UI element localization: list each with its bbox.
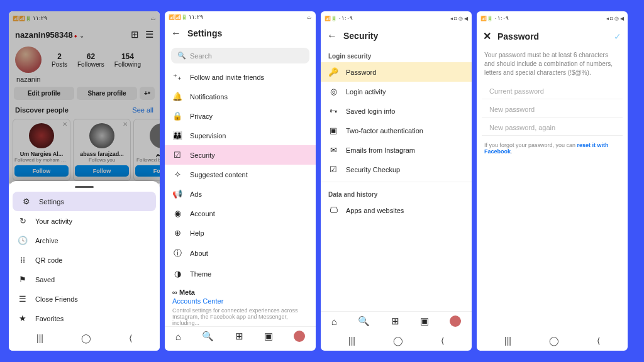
list-item[interactable]: ⁺₊Follow and invite friends (165, 67, 316, 87)
list-item[interactable]: ◑Theme (165, 264, 316, 283)
screen-profile: 📶📶🔋١١:٢٩ ت nazanin958348● ⌄ ⊞ ☰ 2Posts 6… (9, 11, 160, 351)
new-password-field[interactable]: New password (482, 99, 623, 118)
list-item[interactable]: 🔔Notifications (165, 87, 316, 106)
close-icon[interactable]: ✕ (483, 30, 491, 42)
profile-tab[interactable] (294, 331, 305, 342)
list-item[interactable]: ⚙Settings (13, 192, 156, 211)
item-label: Password (346, 69, 376, 76)
list-item[interactable]: 👪Supervision (165, 126, 316, 145)
home-button[interactable]: ◯ (393, 336, 403, 346)
list-item[interactable]: 📢Ads (165, 184, 316, 204)
screen-settings: 📶📶🔋١١:٢٩ ت ← Settings 🔍 Search ⁺₊Follow … (165, 11, 316, 351)
list-item[interactable]: 🕓Archive (9, 231, 160, 250)
list-item[interactable]: ↻Your activity (9, 211, 160, 231)
status-bar: 📶🔋٠١:٠٩ ◂ ◘ ◎ ◀ (321, 11, 472, 25)
create-tab[interactable]: ⊞ (235, 331, 243, 342)
list-item[interactable]: ☰Close Friends (9, 289, 160, 309)
item-label: Login activity (346, 88, 386, 96)
suggestion-card[interactable]: کاظم Followed by iman_ak... Follow (133, 119, 160, 181)
instagram-tab-bar: ⌂ 🔍 ⊞ ▣ (165, 326, 316, 346)
item-icon: ☑ (172, 150, 182, 160)
item-label: Settings (39, 198, 64, 206)
profile-tab[interactable] (450, 315, 461, 327)
follow-button[interactable]: Follow (14, 165, 69, 177)
recents-button[interactable]: ||| (504, 336, 511, 346)
list-item[interactable]: ▣Two-factor authentication (321, 121, 472, 140)
reels-tab[interactable]: ▣ (264, 331, 273, 342)
android-nav: ||| ◯ ⟨ (477, 331, 628, 351)
meta-brand: ∞ Meta (172, 288, 308, 296)
create-tab[interactable]: ⊞ (391, 315, 399, 327)
list-item[interactable]: ✧Suggested content (165, 165, 316, 184)
item-icon: 📢 (172, 189, 182, 199)
item-icon: 🔑 (328, 67, 338, 77)
suggestion-card[interactable]: ✕ Um Nargies Al... Followed by moham mad… (13, 119, 70, 181)
item-label: Favorites (35, 315, 64, 322)
instagram-tab-bar: ⌂ 🔍 ⊞ ▣ (321, 311, 472, 331)
stat-followers[interactable]: 62Followers (77, 52, 104, 68)
home-tab[interactable]: ⌂ (331, 316, 337, 327)
list-item[interactable]: ☑Security Checkup (321, 160, 472, 179)
list-item[interactable]: 🔑Password (321, 62, 472, 82)
stat-following[interactable]: 154Following (114, 52, 141, 68)
item-label: Ads (190, 190, 202, 198)
home-button[interactable]: ◯ (81, 333, 91, 343)
back-button[interactable]: ⟨ (597, 336, 600, 346)
follow-button[interactable]: Follow (135, 165, 160, 177)
display-name: nazanin (9, 75, 160, 83)
current-password-field[interactable]: Current password (482, 81, 623, 99)
stat-posts[interactable]: 2Posts (52, 52, 67, 68)
list-item[interactable]: ★Favorites (9, 309, 160, 328)
back-button[interactable]: ⟨ (129, 333, 132, 343)
add-post-icon[interactable]: ⊞ (131, 29, 139, 40)
list-item[interactable]: ⊕Help (165, 223, 316, 243)
item-label: Emails from Instagram (346, 146, 415, 154)
item-label: Security Checkup (346, 166, 400, 173)
list-item[interactable]: ⚑Saved (9, 270, 160, 289)
list-item[interactable]: 🖵Apps and websites (321, 200, 472, 220)
item-label: Suggested content (190, 171, 248, 178)
recents-button[interactable]: ||| (348, 336, 355, 346)
confirm-check-icon[interactable]: ✓ (614, 31, 621, 41)
menu-icon[interactable]: ☰ (145, 29, 153, 40)
close-icon[interactable]: ✕ (62, 121, 67, 128)
back-arrow-icon[interactable]: ← (171, 28, 181, 39)
suggestion-card[interactable]: ✕ abass farajzad... Follows you Follow (73, 119, 131, 181)
item-label: Privacy (190, 112, 213, 120)
item-icon: ✉ (328, 145, 338, 155)
item-icon: 🕓 (18, 236, 28, 245)
discover-people-button[interactable]: +ᵒ (140, 87, 155, 100)
edit-profile-button[interactable]: Edit profile (14, 87, 74, 100)
reels-tab[interactable]: ▣ (420, 315, 429, 327)
follow-button[interactable]: Follow (75, 165, 129, 177)
back-arrow-icon[interactable]: ← (327, 30, 337, 41)
list-item[interactable]: ◉Account (165, 204, 316, 223)
android-nav: ||| ◯ ⟨ (9, 328, 160, 348)
list-item[interactable]: ⓘAbout (165, 243, 316, 264)
sheet-handle[interactable] (75, 186, 94, 188)
home-button[interactable]: ◯ (549, 336, 559, 346)
search-input[interactable]: 🔍 Search (171, 48, 309, 63)
share-profile-button[interactable]: Share profile (77, 87, 137, 100)
item-icon: ☰ (18, 294, 28, 304)
list-item[interactable]: ◎Login activity (321, 82, 472, 101)
confirm-password-field[interactable]: New password, again (482, 118, 623, 136)
username[interactable]: nazanin958348 (15, 30, 73, 40)
list-item[interactable]: ⁞⁞QR code (9, 250, 160, 270)
item-label: About (190, 250, 208, 257)
home-tab[interactable]: ⌂ (175, 331, 181, 342)
search-tab[interactable]: 🔍 (202, 331, 214, 342)
search-tab[interactable]: 🔍 (358, 315, 370, 327)
see-all-link[interactable]: See all (132, 106, 153, 114)
back-button[interactable]: ⟨ (441, 336, 444, 346)
recents-button[interactable]: ||| (36, 333, 43, 343)
accounts-center-link[interactable]: Accounts Center (172, 297, 308, 305)
list-item[interactable]: ✉Emails from Instagram (321, 140, 472, 160)
item-label: Saved login info (346, 107, 395, 115)
list-item[interactable]: 🔒Privacy (165, 106, 316, 126)
item-label: Archive (35, 237, 58, 244)
avatar[interactable] (15, 47, 42, 73)
close-icon[interactable]: ✕ (123, 121, 128, 128)
list-item[interactable]: 🗝Saved login info (321, 101, 472, 121)
list-item[interactable]: ☑Security (165, 145, 316, 165)
